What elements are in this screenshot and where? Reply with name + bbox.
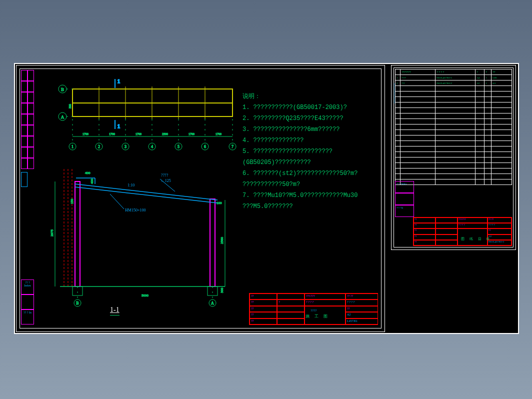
svg-text:A: A [61,114,64,120]
title-sub: ???? [310,308,316,312]
side-title-main: 图 纸 目 录 [461,236,492,242]
svg-text:5000: 5000 [142,294,149,298]
note-line: (GB50205)?????????? [242,157,358,168]
footer-cell [21,294,34,310]
note-line: 7. ????Mu10??M5.0???????????Mu30 [242,190,358,201]
notes-title: 说明： [242,91,358,102]
svg-text:100: 100 [216,201,222,205]
svg-text:300: 300 [220,288,224,293]
side-title-block: ?????/????? ?? ??? ? ? ?? ? ? ? ???? ??A… [413,217,512,246]
svg-text:1: 1 [72,144,74,149]
svg-text:B: B [61,87,64,92]
drawing-frame: ?? ? Index ?? ? In 1 1 [14,63,519,334]
side-left-strip: ?? ? Index ?? ? In [395,181,414,246]
svg-text:400: 400 [90,178,94,184]
svg-text:3: 3 [124,144,126,149]
svg-text:B: B [76,301,78,306]
svg-text:HM150×100: HM150×100 [125,208,146,212]
note-line: 6. ???????(st2)????????????50?m? [242,168,358,179]
svg-text:????: ???? [161,173,168,178]
main-border: ?? ? Index ?? ? In 1 1 [20,68,382,328]
section-view: B A 400 400 150 2975 2560 300 100 5000 [45,169,240,309]
svg-text:1700: 1700 [136,132,142,136]
left-footer-strip: ?? ? Index ?? ? In [21,280,34,327]
svg-text:2300: 2300 [162,132,168,136]
svg-text:1:10: 1:10 [128,183,134,188]
svg-rect-49 [75,182,80,286]
svg-text:4: 4 [151,144,153,149]
svg-text:1: 1 [118,124,120,129]
svg-rect-50 [210,199,215,286]
note-line: 2. ?????????Q235????E43????? [242,113,358,124]
svg-text:150: 150 [70,198,74,204]
svg-text:5: 5 [178,144,180,149]
note-line: 3. ???????????????6mm?????? [242,124,358,135]
note-line: 1. ???????????(GB50017-2003)? [242,102,358,113]
footer-cell: ?? ? Index [21,280,34,294]
svg-text:1700: 1700 [216,132,222,136]
title-block: ?????/????? ?? ???? ? ? ?? ? ? ? ???? ??… [249,293,378,325]
svg-text:A: A [211,301,214,306]
svg-text:6: 6 [204,144,206,149]
note-line: 4. ?????????????? [242,135,358,146]
svg-line-80 [110,194,124,209]
svg-text:1700: 1700 [82,132,88,136]
section-label: 1-1 [110,306,120,316]
svg-line-52 [75,187,218,203]
drawing-index-table: ??????? ? ? ? ? ? ? ?? 1????IS01L457J01-… [395,69,512,185]
notes-block: 说明： 1. ???????????(GB50017-2003)? 2. ???… [242,91,358,212]
svg-text:∟125: ∟125 [161,178,171,183]
main-sheet: ?? ? Index ?? ? In 1 1 [16,65,385,332]
footer-cell: ?? ? In [21,310,34,324]
svg-text:1: 1 [118,78,120,84]
note-line: ???????????50?m? [242,179,358,190]
plan-view: 1 1 B A 1 2 3 4 5 6 7 [42,74,242,159]
revision-strip [21,70,34,200]
note-line: 5. ?????????????????????? [242,146,358,157]
note-line: ???M5.0??????? [242,201,358,212]
svg-text:2560: 2560 [220,237,224,244]
svg-text:1700: 1700 [109,132,115,136]
svg-text:400: 400 [85,171,90,175]
svg-line-51 [75,184,218,200]
side-sheet: ??????????????????????? ??????? ? ? ? ? … [391,65,516,250]
svg-text:2975: 2975 [50,230,54,237]
svg-text:7: 7 [232,144,234,149]
svg-text:1700: 1700 [188,132,194,136]
title-main: 施 工 图 [306,314,330,319]
svg-text:300: 300 [68,104,72,108]
svg-text:2: 2 [98,144,100,149]
